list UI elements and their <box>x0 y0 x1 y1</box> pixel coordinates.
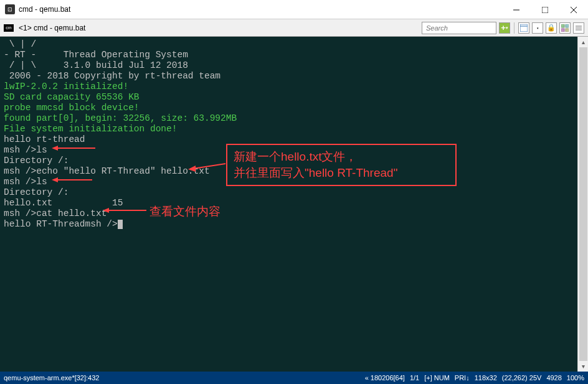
svg-marker-18 <box>52 177 58 182</box>
scroll-thumb[interactable] <box>579 47 587 361</box>
close-button[interactable] <box>559 0 588 19</box>
status-page: 1/1 <box>410 374 419 382</box>
window-controls <box>502 0 588 19</box>
svg-marker-20 <box>103 208 109 213</box>
terminal-line: hello.txt 15 <box>4 198 584 208</box>
status-size: 118x32 <box>475 374 497 382</box>
grid-button[interactable] <box>559 22 571 34</box>
status-encoding: « 180206[64] <box>365 374 405 382</box>
terminal-line: SD card capacity 65536 KB <box>4 92 584 103</box>
status-zoom: 100% <box>567 374 584 382</box>
annotation-label-2: 查看文件内容 <box>149 204 220 220</box>
terminal-line: lwIP-2.0.2 initialized! <box>4 82 584 92</box>
maximize-button[interactable] <box>531 0 559 19</box>
search-input[interactable] <box>422 22 496 34</box>
terminal-line: probe mmcsd block device! <box>4 103 584 113</box>
terminal-line: File system initialization done! <box>4 124 584 134</box>
status-num: [+] NUM <box>424 374 450 382</box>
svg-rect-1 <box>542 7 548 13</box>
terminal[interactable]: \ | /- RT - Thread Operating System / | … <box>0 37 588 372</box>
terminal-line: / | \ 3.1.0 build Jul 12 2018 <box>4 60 584 71</box>
annotation-line-2: 并往里面写入"hello RT-Thread" <box>234 165 449 181</box>
svg-line-15 <box>193 164 225 169</box>
cursor <box>118 220 123 229</box>
terminal-line: msh />cat hello.txt <box>4 208 584 219</box>
lock-icon: 🔒 <box>547 24 556 32</box>
status-pri: PRI↓ <box>455 374 470 382</box>
status-coords: (22,262) 25V <box>502 374 542 382</box>
terminal-line: 2006 - 2018 Copyright by rt-thread team <box>4 71 584 82</box>
status-bar: qemu-system-arm.exe*[32]:432 « 180206[64… <box>0 372 588 384</box>
options-button[interactable]: ▾ <box>532 22 543 34</box>
scroll-down-button[interactable]: ▾ <box>578 361 588 372</box>
svg-rect-6 <box>561 24 564 27</box>
status-process: qemu-system-arm.exe*[32]:432 <box>4 374 365 382</box>
arrow-4 <box>103 207 146 214</box>
menu-button[interactable] <box>573 22 584 34</box>
terminal-line: Directory /: <box>4 187 584 198</box>
arrow-2 <box>188 161 225 174</box>
svg-marker-16 <box>188 166 196 172</box>
app-icon: ⊡ <box>5 4 15 14</box>
vertical-scrollbar[interactable]: ▴ ▾ <box>577 37 588 372</box>
terminal-line: - RT - Thread Operating System <box>4 50 584 60</box>
window-title: cmd - qemu.bat <box>19 5 502 14</box>
title-bar: ⊡ cmd - qemu.bat <box>0 0 588 19</box>
arrow-3 <box>52 176 92 184</box>
minimize-button[interactable] <box>502 0 531 19</box>
svg-rect-8 <box>561 29 564 32</box>
annotation-line-1: 新建一个hello.txt文件， <box>234 149 449 165</box>
svg-rect-4 <box>520 24 528 32</box>
lock-button[interactable]: 🔒 <box>546 22 557 34</box>
terminal-line: found part[0], begin: 32256, size: 63.99… <box>4 113 584 124</box>
tab-label[interactable]: <1> cmd - qemu.bat <box>16 24 419 32</box>
annotation-box-1: 新建一个hello.txt文件， 并往里面写入"hello RT-Thread" <box>226 144 457 186</box>
add-tab-button[interactable]: +▾ <box>499 22 510 34</box>
terminal-line: hello RT-Threadmsh /> <box>4 219 584 230</box>
toolbar: cm <1> cmd - qemu.bat +▾ ▾ 🔒 <box>0 19 588 37</box>
tab-icon: cm <box>4 24 14 32</box>
svg-marker-14 <box>52 146 58 151</box>
terminal-line: \ | / <box>4 39 584 50</box>
arrow-1 <box>52 144 95 152</box>
svg-rect-7 <box>566 24 569 27</box>
scroll-up-button[interactable]: ▴ <box>578 37 588 47</box>
windows-button[interactable] <box>518 22 529 34</box>
status-pid: 4928 <box>546 374 561 382</box>
svg-rect-9 <box>566 29 569 32</box>
